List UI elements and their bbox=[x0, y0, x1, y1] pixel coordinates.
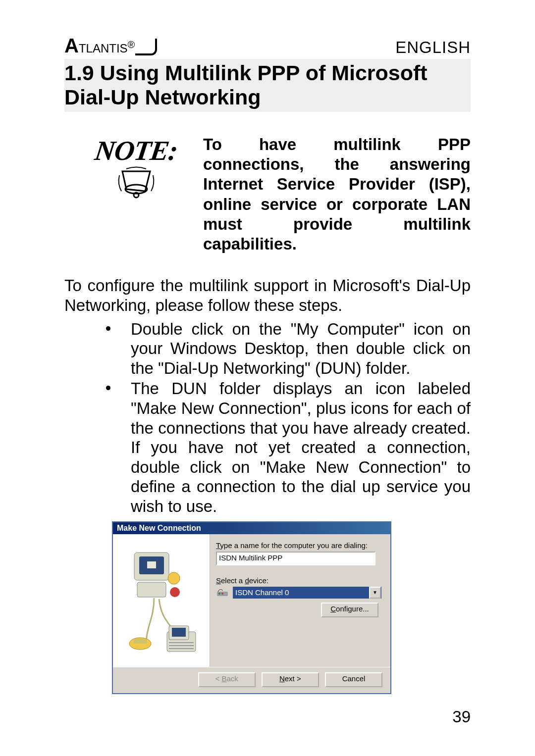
svg-point-1 bbox=[134, 193, 139, 198]
next-button[interactable]: Next > bbox=[262, 672, 319, 687]
svg-rect-12 bbox=[172, 628, 186, 637]
language-label: ENGLISH bbox=[395, 38, 471, 57]
brand-reg: ® bbox=[128, 39, 135, 50]
svg-point-7 bbox=[170, 587, 180, 597]
cancel-button[interactable]: Cancel bbox=[325, 672, 382, 687]
intro-paragraph: To configure the multilink support in Mi… bbox=[64, 276, 471, 315]
device-label: Select a device: bbox=[216, 576, 381, 585]
brand-name: TLANTIS bbox=[79, 42, 128, 55]
back-button: < Back bbox=[198, 672, 256, 687]
device-combobox[interactable]: ISDN Channel 0 ▼ bbox=[233, 587, 381, 599]
dialog-titlebar[interactable]: Make New Connection bbox=[113, 522, 390, 534]
make-new-connection-dialog: Make New Connection bbox=[112, 521, 391, 694]
bell-icon bbox=[84, 166, 188, 201]
svg-point-14 bbox=[218, 593, 220, 595]
brand-logo: ATLANTIS® bbox=[64, 35, 157, 57]
name-label: Type a name for the computer you are dia… bbox=[216, 541, 381, 550]
svg-rect-5 bbox=[137, 582, 166, 597]
bullet-text: Double click on the "My Computer" icon o… bbox=[131, 319, 471, 378]
bullet-icon bbox=[106, 326, 110, 331]
chevron-down-icon[interactable]: ▼ bbox=[369, 587, 381, 599]
bullet-icon bbox=[106, 386, 110, 390]
svg-rect-4 bbox=[147, 561, 156, 568]
svg-rect-9 bbox=[133, 639, 147, 644]
device-value: ISDN Channel 0 bbox=[235, 588, 289, 597]
svg-point-6 bbox=[168, 572, 180, 584]
dialog-wizard-art bbox=[113, 534, 210, 667]
modem-icon bbox=[216, 588, 229, 598]
bullet-text: The DUN folder displays an icon labeled … bbox=[131, 379, 471, 516]
note-label: NOTE: bbox=[82, 135, 191, 166]
section-heading: 1.9 Using Multilink PPP of Microsoft Dia… bbox=[64, 59, 471, 112]
configure-button[interactable]: Configure... bbox=[321, 603, 378, 617]
connection-name-input[interactable]: ISDN Multilink PPP bbox=[216, 552, 375, 565]
brand-swash-icon bbox=[135, 39, 157, 55]
list-item: The DUN folder displays an icon labeled … bbox=[106, 379, 471, 516]
svg-point-15 bbox=[221, 593, 223, 595]
list-item: Double click on the "My Computer" icon o… bbox=[106, 319, 471, 378]
note-body: To have multilink PPP connections, the a… bbox=[203, 135, 471, 254]
page-number: 39 bbox=[452, 707, 471, 726]
brand-letter: A bbox=[64, 35, 79, 57]
